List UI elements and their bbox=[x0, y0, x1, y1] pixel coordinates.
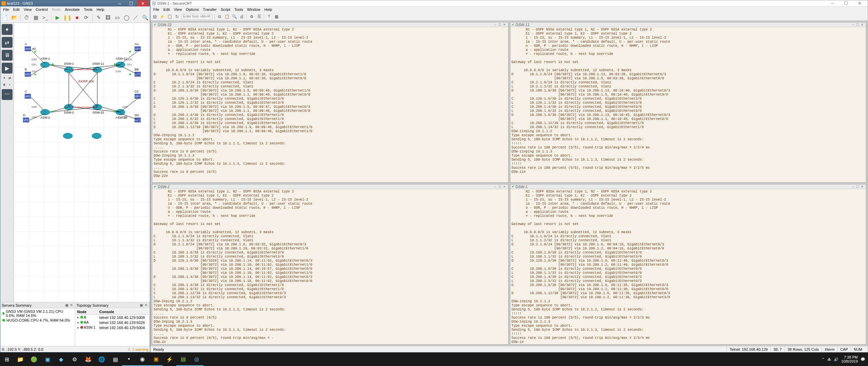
minimize-button[interactable]: ─ bbox=[826, 0, 839, 6]
gns3-taskbar-icon[interactable]: ◎ bbox=[190, 352, 203, 366]
menu-file[interactable]: File bbox=[152, 7, 161, 12]
paste-icon[interactable]: 📋 bbox=[224, 14, 230, 19]
tray-network-icon[interactable]: 🖧 bbox=[827, 357, 831, 361]
pc-node[interactable]: VPCS bbox=[135, 118, 141, 122]
close-pane-icon[interactable]: ✕ bbox=[860, 23, 865, 26]
table-row[interactable]: ▸ ASW-1telnet 192.168.40.129:5004 bbox=[76, 325, 149, 330]
print-icon[interactable]: 🖨 bbox=[239, 14, 244, 19]
minimize-pane-icon[interactable]: ─ bbox=[493, 185, 497, 188]
switch-node[interactable] bbox=[93, 67, 102, 73]
undock-icon[interactable]: ▣ bbox=[64, 303, 69, 307]
close-button[interactable]: ✕ bbox=[853, 0, 866, 6]
reconnect-icon[interactable]: ↻ bbox=[174, 14, 180, 19]
crt-titlebar[interactable]: DSW-1 - SecureCRT ─ ☐ ✕ bbox=[151, 0, 868, 6]
copy-icon[interactable]: ⧉ bbox=[217, 14, 222, 19]
close-button[interactable]: ✕ bbox=[137, 0, 149, 6]
close-panel-icon[interactable]: ✕ bbox=[69, 303, 74, 307]
menu-script[interactable]: Script bbox=[219, 7, 232, 12]
palette-misc3-icon[interactable]: 🖥 bbox=[2, 82, 7, 87]
note-icon[interactable]: ✎ bbox=[95, 14, 102, 21]
topology-canvas[interactable]: AVPCSe0 BVPCS CVPCS DVPCS AAVPCS BBVPCS … bbox=[14, 23, 150, 302]
pc-node[interactable]: VPCS bbox=[25, 94, 31, 99]
app7-icon[interactable]: ◉ bbox=[136, 352, 149, 366]
tray-volume-icon[interactable]: 🔊 bbox=[834, 357, 839, 362]
rectangle-icon[interactable]: ▭ bbox=[114, 14, 120, 21]
minimize-button[interactable]: ─ bbox=[114, 0, 125, 6]
terminal-output[interactable]: N1 - OSPF NSSA external type 1, N2 - OSP… bbox=[152, 189, 508, 344]
ellipse-icon[interactable]: ◯ bbox=[123, 14, 130, 21]
server-item[interactable]: HUGO-CORE CPU 4.7%, RAM 54.0% bbox=[1, 318, 74, 323]
undock-icon[interactable]: ▣ bbox=[139, 303, 144, 307]
open-project-icon[interactable]: 📂 bbox=[11, 14, 17, 21]
start-button[interactable]: ⊞ bbox=[0, 352, 14, 366]
maximize-button[interactable]: ☐ bbox=[839, 0, 853, 6]
palette-link-icon[interactable]: 〰 bbox=[2, 89, 13, 100]
menu-edit[interactable]: Edit bbox=[12, 7, 21, 12]
app2-icon[interactable]: ▣ bbox=[41, 352, 54, 366]
maximize-pane-icon[interactable]: ☐ bbox=[497, 185, 502, 188]
menu-help[interactable]: Help bbox=[95, 7, 106, 12]
image-icon[interactable]: 🖼 bbox=[105, 14, 111, 21]
app8-icon[interactable]: ▣ bbox=[149, 352, 163, 366]
menu-annotate[interactable]: Annotate bbox=[63, 7, 81, 12]
router-node[interactable] bbox=[92, 133, 101, 139]
firefox-icon[interactable]: 🦊 bbox=[81, 352, 95, 366]
pc-node[interactable]: VPCS bbox=[23, 118, 29, 122]
switch-node[interactable] bbox=[116, 109, 125, 115]
palette-switches-icon[interactable]: ⇄ bbox=[2, 37, 13, 48]
palette-routers-icon[interactable]: ✦ bbox=[2, 24, 13, 35]
menu-help[interactable]: Help bbox=[263, 7, 274, 12]
host-input[interactable] bbox=[182, 14, 212, 19]
tab-label[interactable]: DSW-22 bbox=[158, 23, 172, 27]
terminal-output[interactable]: N1 - OSPF NSSA external type 1, N2 - OSP… bbox=[152, 27, 508, 182]
minimize-pane-icon[interactable]: ─ bbox=[851, 185, 855, 188]
pc-node[interactable]: VPCS bbox=[135, 94, 141, 99]
switch-node[interactable] bbox=[64, 104, 74, 110]
menu-view[interactable]: View bbox=[22, 7, 33, 12]
pause-all-icon[interactable]: ❚❚ bbox=[64, 14, 71, 21]
help-icon[interactable]: ? bbox=[266, 14, 272, 19]
close-pane-icon[interactable]: ✕ bbox=[860, 185, 865, 188]
session-manager-icon[interactable]: ▤ bbox=[152, 14, 157, 19]
minimize-pane-icon[interactable]: ─ bbox=[851, 23, 855, 26]
palette-misc2-icon[interactable]: ⇄ bbox=[7, 76, 12, 80]
router-node[interactable] bbox=[63, 133, 73, 139]
show-labels-icon[interactable]: ▦ bbox=[33, 14, 39, 21]
line-icon[interactable]: ／ bbox=[133, 14, 139, 21]
tab-label[interactable]: DSW-1 bbox=[516, 185, 528, 189]
maximize-pane-icon[interactable]: ☐ bbox=[855, 185, 860, 188]
terminal-output[interactable]: N1 - OSPF NSSA external type 1, N2 - OSP… bbox=[510, 189, 866, 344]
close-pane-icon[interactable]: ✕ bbox=[502, 185, 507, 188]
switch-node[interactable] bbox=[64, 67, 74, 73]
app1-icon[interactable]: 🟢 bbox=[27, 352, 41, 366]
reload-all-icon[interactable]: ⟳ bbox=[83, 14, 90, 21]
notifications-icon[interactable]: 💬 bbox=[861, 357, 865, 362]
system-tray[interactable]: ⌃ 🖧 🔊 7:38 PM 10/8/2019 💬 bbox=[822, 355, 868, 363]
warning-icon[interactable]: ⚠ bbox=[127, 347, 131, 351]
maximize-pane-icon[interactable]: ☐ bbox=[497, 23, 502, 26]
file-explorer-icon[interactable]: 📁 bbox=[14, 352, 27, 366]
pc-node[interactable]: VPCS bbox=[25, 46, 31, 51]
clock[interactable]: 7:38 PM 10/8/2019 bbox=[841, 355, 858, 363]
pc-node[interactable]: VPCS bbox=[25, 72, 31, 77]
app9-icon[interactable]: ⚡ bbox=[163, 352, 176, 366]
palette-security-icon[interactable]: ▶ bbox=[2, 63, 13, 74]
close-panel-icon[interactable]: ✕ bbox=[144, 303, 148, 307]
app10-icon[interactable]: ▤ bbox=[176, 352, 190, 366]
palette-endpoints-icon[interactable]: 🖥 bbox=[2, 50, 13, 61]
close-pane-icon[interactable]: ✕ bbox=[502, 23, 507, 26]
menu-control[interactable]: Control bbox=[34, 7, 49, 12]
about-icon[interactable]: ▦ bbox=[274, 14, 279, 19]
maximize-pane-icon[interactable]: ☐ bbox=[855, 23, 860, 26]
new-project-icon[interactable]: 📄 bbox=[2, 14, 8, 21]
menu-window[interactable]: Window bbox=[246, 7, 262, 12]
maximize-button[interactable]: ☐ bbox=[125, 0, 137, 6]
terminal-output[interactable]: N1 - OSPF NSSA external type 1, N2 - OSP… bbox=[510, 27, 866, 182]
find-icon[interactable]: 🔍 bbox=[232, 14, 237, 19]
stop-all-icon[interactable]: ■ bbox=[74, 14, 80, 21]
menu-transfer[interactable]: Transfer bbox=[201, 7, 218, 12]
switch-node[interactable] bbox=[116, 62, 125, 68]
connect-icon[interactable]: 📋 bbox=[167, 14, 172, 19]
console-icon[interactable]: >_ bbox=[42, 14, 48, 21]
pc-node[interactable]: VPCS bbox=[135, 46, 141, 51]
